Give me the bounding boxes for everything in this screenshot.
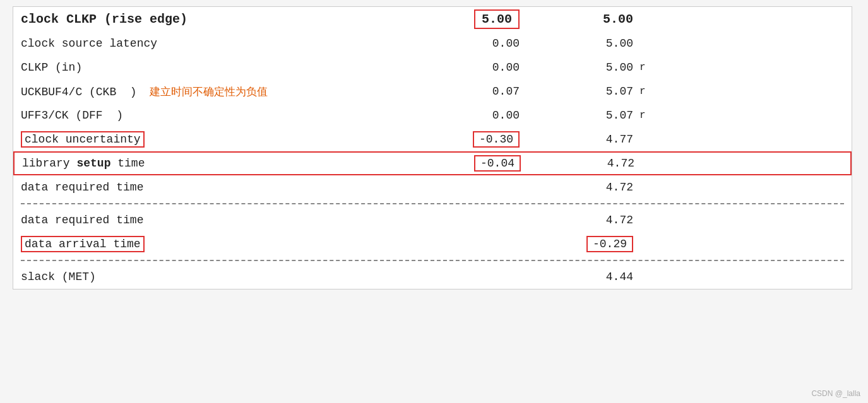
row-label-clock-uncertainty: clock uncertainty (21, 131, 412, 148)
row-right-clkp-in: 5.00 (538, 61, 639, 74)
row-right-uckbuf4: 5.07 (538, 85, 639, 98)
table-row-clock-clkp: clock CLKP (rise edge)5.005.00 (13, 7, 852, 32)
row-annot-uckbuf4: r (639, 86, 652, 97)
row-mid-uff3-ck: 0.00 (412, 109, 538, 122)
chinese-annotation: 建立时间不确定性为负值 (150, 86, 268, 98)
table-row-data-required-2: data required time4.72 (13, 208, 852, 232)
row-right-data-required-2: 4.72 (538, 214, 639, 226)
separator-line (21, 203, 844, 204)
row-label-uff3-ck: UFF3/CK (DFF ) (21, 109, 412, 122)
row-mid-clock-uncertainty: -0.30 (412, 131, 538, 148)
row-label-clock-source-latency: clock source latency (21, 37, 412, 50)
row-right-clock-clkp: 5.00 (538, 12, 639, 26)
table-row-clock-source-latency: clock source latency0.005.00 (13, 32, 852, 55)
row-label-slack: slack (MET) (21, 271, 412, 283)
table-row-data-arrival: data arrival time-0.29 (13, 232, 852, 256)
row-right-clock-source-latency: 5.00 (538, 37, 639, 50)
row-label-library-setup: library setup time (22, 157, 413, 170)
row-label-uckbuf4: UCKBUF4/C (CKB )建立时间不确定性为负值 (21, 85, 412, 99)
row-label-clkp-in: CLKP (in) (21, 61, 412, 74)
table-row-library-setup: library setup time-0.044.72 (13, 151, 852, 175)
row-label-data-arrival: data arrival time (21, 236, 412, 252)
timing-report-table: clock CLKP (rise edge)5.005.00clock sour… (13, 6, 852, 289)
row-label-data-required-2: data required time (21, 214, 412, 226)
row-right-data-required-1: 4.72 (538, 181, 639, 194)
row-right-clock-uncertainty: 4.77 (538, 133, 639, 146)
row-label-clock-clkp: clock CLKP (rise edge) (21, 12, 412, 26)
row-mid-uckbuf4: 0.07 (412, 85, 538, 98)
table-row-clkp-in: CLKP (in)0.005.00r (13, 55, 852, 79)
row-mid-clkp-in: 0.00 (412, 61, 538, 74)
separator-line (21, 260, 844, 261)
watermark: CSDN @_lalla (811, 389, 860, 398)
table-row-slack: slack (MET)4.44 (13, 265, 852, 289)
row-right-data-arrival: -0.29 (538, 236, 639, 252)
row-mid-clock-clkp: 5.00 (412, 9, 538, 29)
table-row-uckbuf4: UCKBUF4/C (CKB )建立时间不确定性为负值0.075.07r (13, 79, 852, 103)
row-right-slack: 4.44 (538, 271, 639, 283)
row-label-data-required-1: data required time (21, 181, 412, 194)
row-mid-library-setup: -0.04 (413, 155, 540, 172)
row-annot-clkp-in: r (639, 62, 652, 73)
table-row-uff3-ck: UFF3/CK (DFF )0.005.07r (13, 103, 852, 127)
row-right-uff3-ck: 5.07 (538, 109, 639, 122)
table-row-clock-uncertainty: clock uncertainty-0.304.77 (13, 127, 852, 151)
table-row-data-required-1: data required time4.72 (13, 175, 852, 199)
row-right-library-setup: 4.72 (540, 157, 641, 170)
row-mid-clock-source-latency: 0.00 (412, 37, 538, 50)
row-annot-uff3-ck: r (639, 110, 652, 121)
